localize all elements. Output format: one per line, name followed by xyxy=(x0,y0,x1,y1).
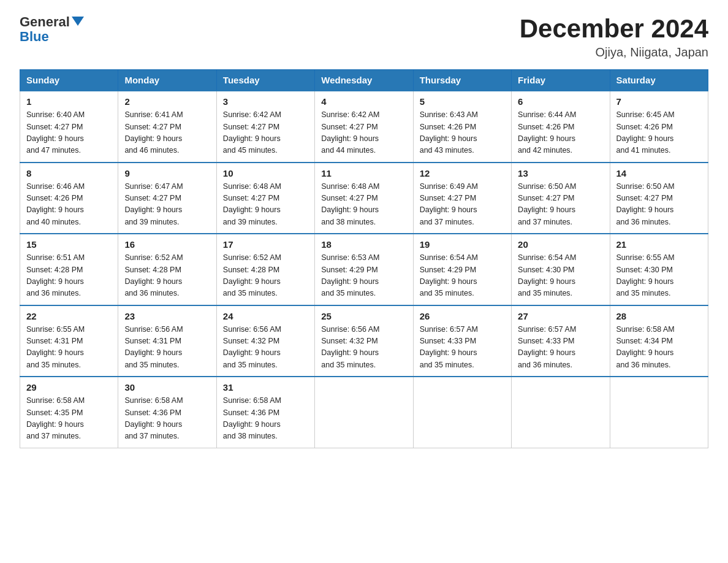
calendar-cell: 20 Sunrise: 6:54 AM Sunset: 4:30 PM Dayl… xyxy=(512,234,610,305)
day-info: Sunrise: 6:52 AM Sunset: 4:28 PM Dayligh… xyxy=(124,252,210,300)
day-info: Sunrise: 6:50 AM Sunset: 4:27 PM Dayligh… xyxy=(616,181,702,229)
calendar-cell: 24 Sunrise: 6:56 AM Sunset: 4:32 PM Dayl… xyxy=(216,305,314,377)
col-tuesday: Tuesday xyxy=(216,70,314,91)
day-number: 12 xyxy=(420,168,505,178)
week-row-3: 15 Sunrise: 6:51 AM Sunset: 4:28 PM Dayl… xyxy=(20,234,708,305)
day-number: 28 xyxy=(616,311,702,321)
week-row-2: 8 Sunrise: 6:46 AM Sunset: 4:26 PM Dayli… xyxy=(20,163,708,234)
calendar-cell: 3 Sunrise: 6:42 AM Sunset: 4:27 PM Dayli… xyxy=(216,91,314,163)
calendar-cell: 25 Sunrise: 6:56 AM Sunset: 4:32 PM Dayl… xyxy=(315,305,413,377)
month-year-heading: December 2024 xyxy=(520,15,708,43)
day-info: Sunrise: 6:55 AM Sunset: 4:30 PM Dayligh… xyxy=(616,252,702,300)
day-number: 9 xyxy=(124,168,210,178)
calendar-cell: 1 Sunrise: 6:40 AM Sunset: 4:27 PM Dayli… xyxy=(20,91,118,163)
calendar-header-row: Sunday Monday Tuesday Wednesday Thursday… xyxy=(20,70,708,91)
day-number: 24 xyxy=(223,311,308,321)
day-info: Sunrise: 6:57 AM Sunset: 4:33 PM Dayligh… xyxy=(518,324,603,372)
day-number: 2 xyxy=(124,96,210,107)
calendar-cell: 19 Sunrise: 6:54 AM Sunset: 4:29 PM Dayl… xyxy=(413,234,511,305)
calendar-cell xyxy=(315,377,413,448)
col-friday: Friday xyxy=(512,70,610,91)
day-info: Sunrise: 6:44 AM Sunset: 4:26 PM Dayligh… xyxy=(518,109,603,157)
day-info: Sunrise: 6:58 AM Sunset: 4:36 PM Dayligh… xyxy=(223,395,308,443)
calendar-cell: 28 Sunrise: 6:58 AM Sunset: 4:34 PM Dayl… xyxy=(610,305,708,377)
calendar-cell: 17 Sunrise: 6:52 AM Sunset: 4:28 PM Dayl… xyxy=(216,234,314,305)
calendar-cell: 23 Sunrise: 6:56 AM Sunset: 4:31 PM Dayl… xyxy=(118,305,216,377)
calendar-cell xyxy=(512,377,610,448)
calendar-cell: 27 Sunrise: 6:57 AM Sunset: 4:33 PM Dayl… xyxy=(512,305,610,377)
calendar-cell: 15 Sunrise: 6:51 AM Sunset: 4:28 PM Dayl… xyxy=(20,234,118,305)
day-number: 29 xyxy=(26,382,112,393)
calendar-cell: 2 Sunrise: 6:41 AM Sunset: 4:27 PM Dayli… xyxy=(118,91,216,163)
logo: General Blue xyxy=(20,15,84,44)
day-info: Sunrise: 6:42 AM Sunset: 4:27 PM Dayligh… xyxy=(321,109,406,157)
calendar-cell xyxy=(610,377,708,448)
day-number: 7 xyxy=(616,96,702,107)
day-info: Sunrise: 6:45 AM Sunset: 4:26 PM Dayligh… xyxy=(616,109,702,157)
day-number: 15 xyxy=(26,239,112,250)
day-info: Sunrise: 6:51 AM Sunset: 4:28 PM Dayligh… xyxy=(26,252,112,300)
calendar-cell: 11 Sunrise: 6:48 AM Sunset: 4:27 PM Dayl… xyxy=(315,163,413,234)
day-info: Sunrise: 6:46 AM Sunset: 4:26 PM Dayligh… xyxy=(26,181,112,229)
calendar-cell: 13 Sunrise: 6:50 AM Sunset: 4:27 PM Dayl… xyxy=(512,163,610,234)
day-info: Sunrise: 6:53 AM Sunset: 4:29 PM Dayligh… xyxy=(321,252,406,300)
col-saturday: Saturday xyxy=(610,70,708,91)
col-thursday: Thursday xyxy=(413,70,511,91)
day-number: 27 xyxy=(518,311,603,321)
calendar-cell: 4 Sunrise: 6:42 AM Sunset: 4:27 PM Dayli… xyxy=(315,91,413,163)
day-number: 30 xyxy=(124,382,210,393)
day-number: 25 xyxy=(321,311,406,321)
day-info: Sunrise: 6:55 AM Sunset: 4:31 PM Dayligh… xyxy=(26,324,112,372)
day-info: Sunrise: 6:40 AM Sunset: 4:27 PM Dayligh… xyxy=(26,109,112,157)
day-number: 6 xyxy=(518,96,603,107)
day-info: Sunrise: 6:41 AM Sunset: 4:27 PM Dayligh… xyxy=(124,109,210,157)
calendar-cell xyxy=(413,377,511,448)
day-number: 26 xyxy=(420,311,505,321)
col-sunday: Sunday xyxy=(20,70,118,91)
col-monday: Monday xyxy=(118,70,216,91)
logo-blue-text: Blue xyxy=(20,29,49,44)
calendar-cell: 29 Sunrise: 6:58 AM Sunset: 4:35 PM Dayl… xyxy=(20,377,118,448)
week-row-1: 1 Sunrise: 6:40 AM Sunset: 4:27 PM Dayli… xyxy=(20,91,708,163)
day-info: Sunrise: 6:47 AM Sunset: 4:27 PM Dayligh… xyxy=(124,181,210,229)
calendar-cell: 5 Sunrise: 6:43 AM Sunset: 4:26 PM Dayli… xyxy=(413,91,511,163)
col-wednesday: Wednesday xyxy=(315,70,413,91)
calendar-cell: 7 Sunrise: 6:45 AM Sunset: 4:26 PM Dayli… xyxy=(610,91,708,163)
day-number: 20 xyxy=(518,239,603,250)
day-number: 18 xyxy=(321,239,406,250)
day-number: 21 xyxy=(616,239,702,250)
logo-triangle-icon xyxy=(72,17,84,26)
day-info: Sunrise: 6:43 AM Sunset: 4:26 PM Dayligh… xyxy=(420,109,505,157)
day-info: Sunrise: 6:42 AM Sunset: 4:27 PM Dayligh… xyxy=(223,109,308,157)
calendar-cell: 21 Sunrise: 6:55 AM Sunset: 4:30 PM Dayl… xyxy=(610,234,708,305)
calendar-cell: 26 Sunrise: 6:57 AM Sunset: 4:33 PM Dayl… xyxy=(413,305,511,377)
logo-general-text: General xyxy=(20,15,70,29)
day-number: 19 xyxy=(420,239,505,250)
day-number: 5 xyxy=(420,96,505,107)
day-number: 17 xyxy=(223,239,308,250)
day-number: 4 xyxy=(321,96,406,107)
calendar-cell: 8 Sunrise: 6:46 AM Sunset: 4:26 PM Dayli… xyxy=(20,163,118,234)
day-info: Sunrise: 6:58 AM Sunset: 4:35 PM Dayligh… xyxy=(26,395,112,443)
day-number: 8 xyxy=(26,168,112,178)
day-info: Sunrise: 6:56 AM Sunset: 4:32 PM Dayligh… xyxy=(223,324,308,372)
day-info: Sunrise: 6:54 AM Sunset: 4:29 PM Dayligh… xyxy=(420,252,505,300)
day-number: 23 xyxy=(124,311,210,321)
calendar-cell: 30 Sunrise: 6:58 AM Sunset: 4:36 PM Dayl… xyxy=(118,377,216,448)
calendar-cell: 10 Sunrise: 6:48 AM Sunset: 4:27 PM Dayl… xyxy=(216,163,314,234)
day-number: 14 xyxy=(616,168,702,178)
calendar-cell: 9 Sunrise: 6:47 AM Sunset: 4:27 PM Dayli… xyxy=(118,163,216,234)
day-info: Sunrise: 6:49 AM Sunset: 4:27 PM Dayligh… xyxy=(420,181,505,229)
day-number: 31 xyxy=(223,382,308,393)
week-row-4: 22 Sunrise: 6:55 AM Sunset: 4:31 PM Dayl… xyxy=(20,305,708,377)
day-info: Sunrise: 6:48 AM Sunset: 4:27 PM Dayligh… xyxy=(223,181,308,229)
location-text: Ojiya, Niigata, Japan xyxy=(520,45,708,59)
day-info: Sunrise: 6:54 AM Sunset: 4:30 PM Dayligh… xyxy=(518,252,603,300)
day-info: Sunrise: 6:57 AM Sunset: 4:33 PM Dayligh… xyxy=(420,324,505,372)
day-info: Sunrise: 6:58 AM Sunset: 4:36 PM Dayligh… xyxy=(124,395,210,443)
day-number: 22 xyxy=(26,311,112,321)
page-header: General Blue December 2024 Ojiya, Niigat… xyxy=(20,15,708,59)
day-info: Sunrise: 6:56 AM Sunset: 4:32 PM Dayligh… xyxy=(321,324,406,372)
day-info: Sunrise: 6:50 AM Sunset: 4:27 PM Dayligh… xyxy=(518,181,603,229)
calendar-cell: 14 Sunrise: 6:50 AM Sunset: 4:27 PM Dayl… xyxy=(610,163,708,234)
